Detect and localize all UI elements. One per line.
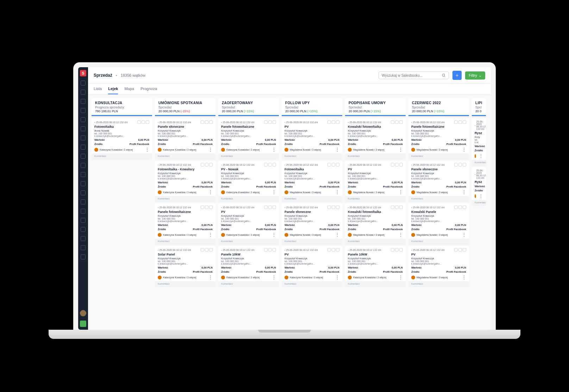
card-action-icons[interactable] [264, 206, 276, 209]
nav-file-icon[interactable] [81, 135, 86, 140]
card-comment[interactable]: Komentarz [408, 196, 469, 201]
tab-mapa[interactable]: Mapa [124, 84, 134, 94]
more-icon[interactable]: ⋮ [335, 190, 339, 195]
card-action-icons[interactable] [327, 248, 339, 252]
card-comment[interactable]: Komentarz [282, 196, 342, 201]
card-comment[interactable]: Komentarz [408, 239, 469, 244]
box-icon[interactable] [146, 120, 149, 124]
more-icon[interactable]: ⋮ [399, 190, 403, 195]
check-icon[interactable] [391, 206, 394, 209]
box-icon[interactable] [399, 163, 403, 166]
deal-card[interactable]: 25-06-2020 08:10:12 132 dni Panele fotow… [155, 203, 215, 244]
check-icon[interactable] [264, 120, 268, 124]
calendar-icon[interactable] [395, 248, 399, 252]
calendar-icon[interactable] [205, 206, 208, 209]
card-comment[interactable]: Komentarz [408, 153, 469, 159]
check-icon[interactable] [454, 120, 458, 124]
card-action-icons[interactable] [454, 163, 466, 166]
check-icon[interactable] [327, 248, 331, 252]
more-icon[interactable]: ⋮ [272, 147, 276, 152]
deal-card[interactable]: 25-06-2020 08:10:12 132 dni Panele słone… [282, 203, 342, 244]
search-box[interactable] [379, 71, 449, 79]
nav-folder-icon[interactable] [81, 117, 86, 122]
check-icon[interactable] [137, 120, 141, 124]
nav-user-icon[interactable] [81, 236, 86, 241]
more-icon[interactable]: ⋮ [399, 232, 403, 237]
more-icon[interactable]: ⋮ [335, 147, 339, 152]
more-icon[interactable]: ⋮ [272, 275, 276, 280]
calendar-icon[interactable] [205, 248, 208, 252]
box-icon[interactable] [336, 206, 339, 209]
deal-card[interactable]: 25-06-2020 08:10:12 132 dni Panele słone… [155, 118, 215, 159]
card-comment[interactable]: Komentarz [472, 200, 486, 205]
check-icon[interactable] [454, 163, 458, 166]
deal-card[interactable]: 25-06-2020 08:10:12 132 dni Solar Panel … [155, 246, 215, 286]
deal-card[interactable]: 25-06-2020 08:10:12 132 dni PV Krzysztof… [218, 203, 279, 244]
nav-gear-icon[interactable] [81, 254, 86, 259]
more-icon[interactable]: ⋮ [399, 275, 403, 280]
box-icon[interactable] [399, 120, 403, 124]
check-icon[interactable] [454, 206, 458, 209]
deal-card[interactable]: 25-06-2020 08:10:12 132 dni Panele 10kW … [345, 246, 406, 286]
card-action-icons[interactable] [391, 248, 403, 252]
search-input[interactable] [382, 74, 442, 77]
card-comment[interactable]: Komentarz [155, 153, 215, 159]
box-icon[interactable] [273, 206, 276, 209]
box-icon[interactable] [399, 248, 403, 252]
box-icon[interactable] [463, 248, 466, 252]
check-icon[interactable] [201, 206, 204, 209]
calendar-icon[interactable] [205, 163, 208, 166]
deal-card[interactable]: 25-06-2020 08:10:12 132 dni PV Krzysztof… [282, 118, 342, 159]
calendar-icon[interactable] [332, 163, 335, 166]
calendar-icon[interactable] [395, 206, 399, 209]
card-comment[interactable]: Komentarz [218, 196, 279, 201]
nav-search-icon[interactable] [81, 245, 86, 250]
nav-copy-icon[interactable] [81, 145, 86, 150]
card-action-icons[interactable] [391, 206, 403, 209]
tab-lejek[interactable]: Lejek [108, 84, 118, 94]
more-icon[interactable]: ⋮ [272, 190, 276, 195]
box-icon[interactable] [209, 248, 213, 252]
deal-card[interactable]: 25-06-2020 08:10:12 132 dni PV Krzysztof… [345, 161, 406, 201]
card-action-icons[interactable] [391, 120, 403, 124]
more-icon[interactable]: ⋮ [399, 147, 403, 152]
more-icon[interactable]: ⋮ [462, 190, 466, 195]
card-action-icons[interactable] [201, 206, 213, 209]
card-action-icons[interactable] [201, 163, 213, 166]
nav-mail-icon[interactable] [81, 209, 86, 214]
deal-card[interactable]: 25-06-2020 08:10:12 132 dni Fotowoltaika… [92, 118, 152, 159]
card-comment[interactable]: Komentarz [218, 281, 279, 286]
card-action-icons[interactable] [454, 248, 466, 252]
nav-grid-icon[interactable] [81, 172, 86, 177]
card-action-icons[interactable] [137, 120, 149, 124]
card-comment[interactable]: Komentarz [408, 281, 469, 286]
card-action-icons[interactable] [454, 206, 466, 209]
calendar-icon[interactable] [268, 120, 272, 124]
deal-card[interactable]: 25-06-2020 08:10:12 132 dni Kowalski fot… [345, 118, 406, 159]
card-action-icons[interactable] [201, 120, 213, 124]
calendar-icon[interactable] [268, 163, 272, 166]
calendar-icon[interactable] [458, 248, 462, 252]
more-icon[interactable]: ⋮ [208, 147, 213, 152]
deal-card[interactable]: 25-06-2020 08:10:12 132 dni Panele fotow… [218, 118, 279, 159]
more-icon[interactable]: ⋮ [462, 275, 466, 280]
calendar-icon[interactable] [332, 248, 335, 252]
check-icon[interactable] [327, 163, 331, 166]
more-icon[interactable]: ⋮ [335, 232, 339, 237]
check-icon[interactable] [391, 248, 394, 252]
deal-card[interactable]: 25-06-2020 08:10:12 132 dni Fotowoltaika… [155, 161, 215, 201]
check-icon[interactable] [327, 206, 331, 209]
box-icon[interactable] [209, 163, 213, 166]
card-comment[interactable]: Komentarz [92, 153, 152, 159]
card-comment[interactable]: Komentarz [155, 281, 215, 286]
more-icon[interactable]: ⋮ [272, 232, 276, 237]
box-icon[interactable] [336, 120, 339, 124]
card-action-icons[interactable] [264, 163, 276, 166]
box-icon[interactable] [463, 120, 466, 124]
deal-card[interactable]: 25-06-2020 08:10:12 132 dni Panele 10kW … [218, 246, 279, 286]
deal-card[interactable]: 25-06-2020 08:10:12 132 dni Fotowoltaika… [282, 161, 342, 201]
card-comment[interactable]: Komentarz [218, 153, 279, 159]
card-action-icons[interactable] [327, 120, 339, 124]
user-avatar[interactable] [80, 310, 86, 316]
check-icon[interactable] [391, 163, 394, 166]
